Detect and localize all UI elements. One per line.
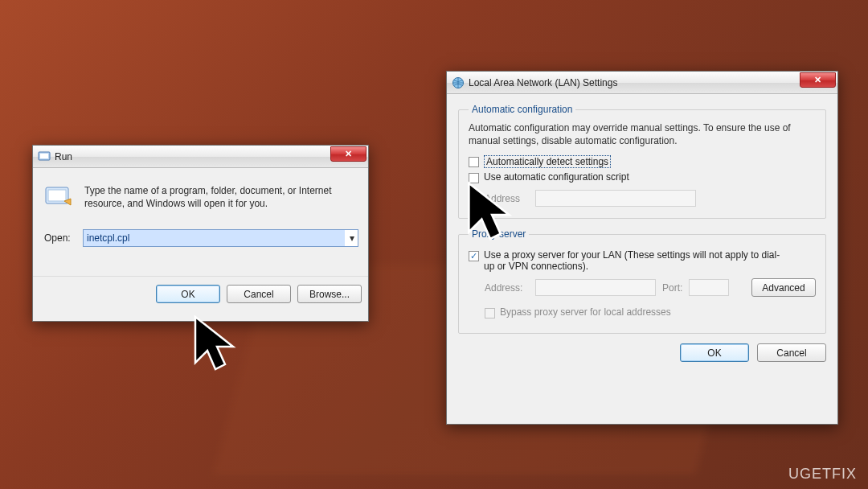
proxy-group-label: Proxy server (469, 228, 529, 240)
automatic-configuration-group: Automatic configuration Automatic config… (458, 104, 826, 219)
proxy-server-group: Proxy server Use a proxy server for your… (458, 228, 826, 334)
proxy-port-input (689, 279, 729, 296)
ok-button[interactable]: OK (156, 285, 220, 303)
lan-settings-dialog: Local Area Network (LAN) Settings ✕ Auto… (446, 71, 838, 425)
lan-close-button[interactable]: ✕ (800, 72, 836, 88)
lan-title: Local Area Network (LAN) Settings (469, 77, 617, 88)
lan-titlebar[interactable]: Local Area Network (LAN) Settings ✕ (447, 72, 837, 94)
proxy-address-label: Address: (485, 282, 529, 294)
auto-group-label: Automatic configuration (469, 104, 575, 115)
browse-button[interactable]: Browse... (297, 285, 362, 303)
svg-rect-3 (48, 190, 66, 201)
proxy-use-row[interactable]: Use a proxy server for your LAN (These s… (469, 249, 816, 272)
cursor-icon (191, 313, 240, 380)
bypass-label: Bypass proxy server for local addresses (500, 306, 671, 318)
script-address-input (535, 190, 696, 207)
advanced-button[interactable]: Advanced (751, 278, 816, 297)
close-icon: ✕ (345, 149, 352, 159)
proxy-address-input (535, 279, 656, 296)
globe-icon (452, 76, 465, 89)
run-title: Run (55, 151, 72, 162)
open-combobox[interactable]: ▾ (83, 229, 358, 247)
watermark: UGETFIX (788, 466, 857, 483)
auto-script-label: Use automatic configuration script (484, 171, 629, 183)
close-icon: ✕ (814, 75, 821, 85)
lan-cancel-button[interactable]: Cancel (757, 343, 826, 362)
auto-detect-checkbox[interactable] (469, 157, 479, 167)
auto-group-description: Automatic configuration may override man… (469, 121, 816, 147)
auto-detect-label: Automatically detect settings (484, 155, 611, 168)
proxy-port-label: Port: (662, 282, 682, 294)
lan-ok-button[interactable]: OK (680, 343, 749, 362)
run-description: Type the name of a program, folder, docu… (84, 183, 342, 212)
auto-script-row[interactable]: Use automatic configuration script (469, 171, 816, 183)
run-large-icon (44, 183, 73, 212)
run-titlebar[interactable]: Run ✕ (33, 146, 368, 168)
script-address-label: Address (485, 193, 529, 204)
run-dialog: Run ✕ Type the name of a program, folder… (32, 145, 369, 322)
bypass-row[interactable]: Bypass proxy server for local addresses (469, 306, 816, 318)
bypass-checkbox[interactable] (485, 308, 495, 318)
cancel-button[interactable]: Cancel (227, 285, 291, 303)
proxy-use-label: Use a proxy server for your LAN (These s… (484, 249, 789, 272)
auto-script-checkbox[interactable] (469, 173, 479, 183)
proxy-use-checkbox[interactable] (469, 251, 479, 261)
open-label: Open: (44, 232, 83, 244)
open-input[interactable] (84, 230, 345, 246)
run-app-icon (38, 150, 51, 163)
auto-detect-row[interactable]: Automatically detect settings (469, 155, 816, 168)
dropdown-icon[interactable]: ▾ (345, 230, 358, 246)
run-close-button[interactable]: ✕ (330, 146, 366, 162)
svg-rect-1 (40, 154, 48, 158)
